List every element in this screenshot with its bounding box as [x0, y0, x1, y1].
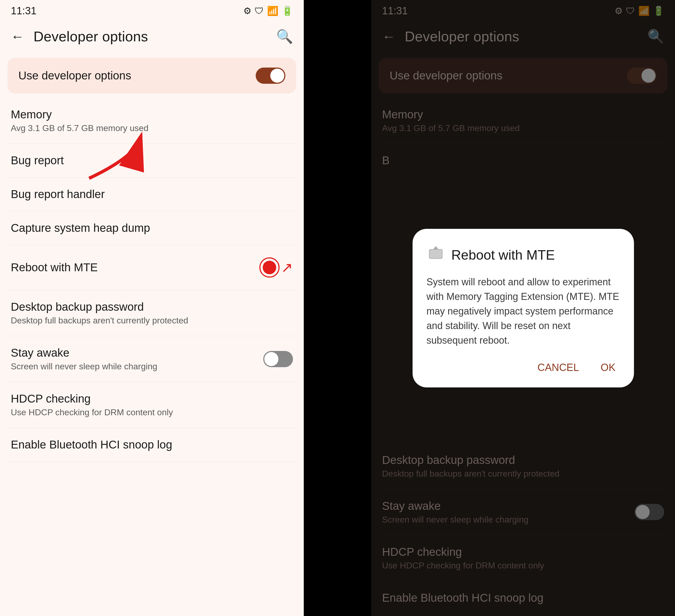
left-memory-text: Memory Avg 3.1 GB of 5.7 GB memory used: [11, 108, 149, 133]
left-stay-awake-title: Stay awake: [11, 346, 157, 359]
left-phone-panel: 11:31 ⚙ 🛡 📶 🔋 ← Developer options 🔍 Use …: [0, 0, 304, 616]
left-bug-report-text: Bug report: [11, 154, 64, 167]
dialog-header: Reboot with MTE: [427, 244, 620, 266]
left-memory-item[interactable]: Memory Avg 3.1 GB of 5.7 GB memory used: [8, 98, 296, 144]
left-capture-heap-title: Capture system heap dump: [11, 221, 150, 234]
left-dev-options-toggle[interactable]: [256, 68, 285, 84]
dialog-actions: Cancel OK: [427, 356, 620, 377]
left-hdcp-item[interactable]: HDCP checking Use HDCP checking for DRM …: [8, 382, 296, 428]
left-dev-options-banner[interactable]: Use developer options: [8, 58, 296, 93]
left-toggle-knob: [270, 69, 284, 83]
left-stay-awake-text: Stay awake Screen will never sleep while…: [11, 346, 157, 371]
left-desktop-backup-text: Desktop backup password Desktop full bac…: [11, 300, 188, 326]
left-desktop-backup-subtitle: Desktop full backups aren't currently pr…: [11, 316, 188, 326]
left-status-icons: ⚙ 🛡 📶 🔋: [243, 5, 293, 16]
dialog-body: System will reboot and allow to experime…: [427, 275, 620, 348]
dialog-icon: [427, 244, 445, 266]
left-hdcp-text: HDCP checking Use HDCP checking for DRM …: [11, 392, 173, 417]
reboot-icon: [427, 244, 445, 262]
left-bluetooth-item[interactable]: Enable Bluetooth HCI snoop log: [8, 428, 296, 462]
right-phone-panel: 11:31 ⚙ 🛡 📶 🔋 ← Developer options 🔍 Use …: [371, 0, 675, 616]
left-bug-report-title: Bug report: [11, 154, 64, 167]
left-stay-awake-item[interactable]: Stay awake Screen will never sleep while…: [8, 336, 296, 382]
battery-status-icon: 🔋: [282, 5, 293, 16]
left-capture-heap-item[interactable]: Capture system heap dump: [8, 211, 296, 245]
svg-rect-1: [429, 249, 442, 259]
left-reboot-mte-title: Reboot with MTE: [11, 261, 98, 274]
left-back-button[interactable]: ←: [8, 26, 27, 47]
left-desktop-backup-item[interactable]: Desktop backup password Desktop full bac…: [8, 290, 296, 336]
left-desktop-backup-title: Desktop backup password: [11, 300, 188, 314]
wifi-status-icon: 📶: [267, 5, 278, 16]
left-bug-report-handler-text: Bug report handler: [11, 188, 105, 201]
shield-status-icon: 🛡: [254, 6, 264, 16]
left-bug-report-handler-title: Bug report handler: [11, 188, 105, 201]
left-bug-report-item[interactable]: Bug report: [8, 144, 296, 178]
dialog-ok-button[interactable]: OK: [596, 358, 620, 377]
left-stay-awake-knob: [264, 352, 278, 366]
left-page-title: Developer options: [33, 28, 267, 45]
left-dev-options-label: Use developer options: [18, 69, 131, 82]
dialog-title: Reboot with MTE: [451, 247, 555, 263]
left-status-bar: 11:31 ⚙ 🛡 📶 🔋: [0, 0, 304, 22]
left-bluetooth-text: Enable Bluetooth HCI snoop log: [11, 438, 172, 451]
left-bug-report-handler-item[interactable]: Bug report handler: [8, 178, 296, 211]
left-settings-list: Memory Avg 3.1 GB of 5.7 GB memory used …: [0, 98, 304, 616]
left-stay-awake-toggle[interactable]: [263, 351, 293, 367]
left-hdcp-title: HDCP checking: [11, 392, 173, 405]
left-reboot-mte-item[interactable]: Reboot with MTE ↗: [8, 245, 296, 290]
click-indicator: ↗: [257, 255, 293, 280]
left-scroll-content: Use developer options Memory Avg 3.1 GB …: [0, 51, 304, 616]
left-stay-awake-subtitle: Screen will never sleep while charging: [11, 361, 157, 371]
reboot-mte-dialog: Reboot with MTE System will reboot and a…: [412, 229, 634, 388]
left-reboot-mte-text: Reboot with MTE: [11, 261, 98, 274]
center-divider: [304, 0, 371, 616]
dialog-cancel-button[interactable]: Cancel: [533, 358, 583, 377]
left-memory-subtitle: Avg 3.1 GB of 5.7 GB memory used: [11, 123, 149, 133]
left-status-time: 11:31: [11, 5, 36, 17]
left-capture-heap-text: Capture system heap dump: [11, 221, 150, 234]
left-memory-title: Memory: [11, 108, 149, 121]
settings-status-icon: ⚙: [243, 5, 251, 16]
dialog-overlay: Reboot with MTE System will reboot and a…: [371, 0, 675, 616]
svg-marker-2: [433, 246, 439, 249]
left-hdcp-subtitle: Use HDCP checking for DRM content only: [11, 407, 173, 417]
left-top-bar: ← Developer options 🔍: [0, 22, 304, 51]
left-search-button[interactable]: 🔍: [274, 26, 296, 47]
left-bluetooth-title: Enable Bluetooth HCI snoop log: [11, 438, 172, 451]
